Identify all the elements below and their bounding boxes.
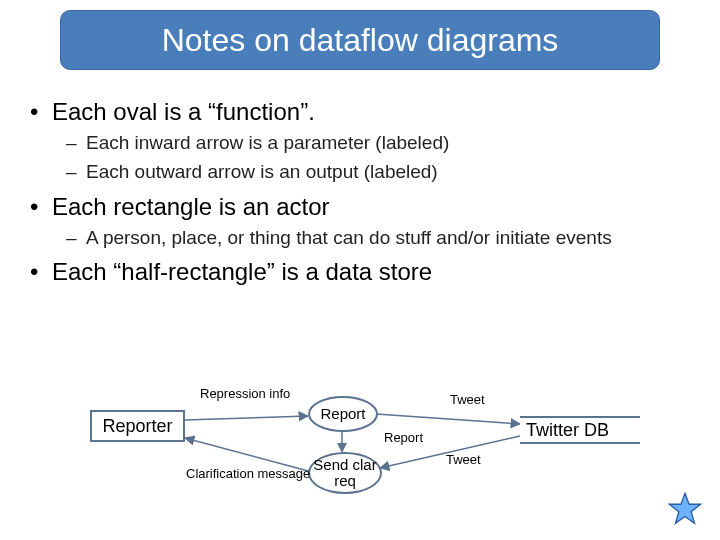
slide-title: Notes on dataflow diagrams xyxy=(162,22,559,59)
content-body: Each oval is a “function”. Each inward a… xyxy=(30,90,690,288)
datastore-twitter-db: Twitter DB xyxy=(520,416,640,444)
svg-line-0 xyxy=(185,416,308,420)
star-icon xyxy=(668,492,702,526)
edge-label-report: Report xyxy=(384,430,423,445)
bullet-level2: Each inward arrow is a parameter (labele… xyxy=(66,131,690,156)
function-label: Send clar req xyxy=(310,457,380,489)
dataflow-diagram: Reporter Report Send clar req Twitter DB… xyxy=(90,388,650,508)
function-report: Report xyxy=(308,396,378,432)
svg-marker-5 xyxy=(669,493,700,523)
slide-title-box: Notes on dataflow diagrams xyxy=(60,10,660,70)
bullet-level1: Each rectangle is an actor xyxy=(30,191,690,222)
edge-label-repression: Repression info xyxy=(200,386,290,401)
actor-label: Reporter xyxy=(102,416,172,437)
bullet-level2: A person, place, or thing that can do st… xyxy=(66,226,690,251)
bullet-level1: Each “half-rectangle” is a data store xyxy=(30,256,690,287)
function-send-clar-req: Send clar req xyxy=(308,452,382,494)
function-label: Report xyxy=(320,406,365,422)
svg-line-3 xyxy=(376,414,520,424)
edge-label-tweet-bottom: Tweet xyxy=(446,452,481,467)
bullet-level2: Each outward arrow is an output (labeled… xyxy=(66,160,690,185)
edge-label-tweet-top: Tweet xyxy=(450,392,485,407)
actor-reporter: Reporter xyxy=(90,410,185,442)
bullet-level1: Each oval is a “function”. xyxy=(30,96,690,127)
edge-label-clarification: Clarification message xyxy=(186,466,310,481)
datastore-label: Twitter DB xyxy=(526,420,609,441)
